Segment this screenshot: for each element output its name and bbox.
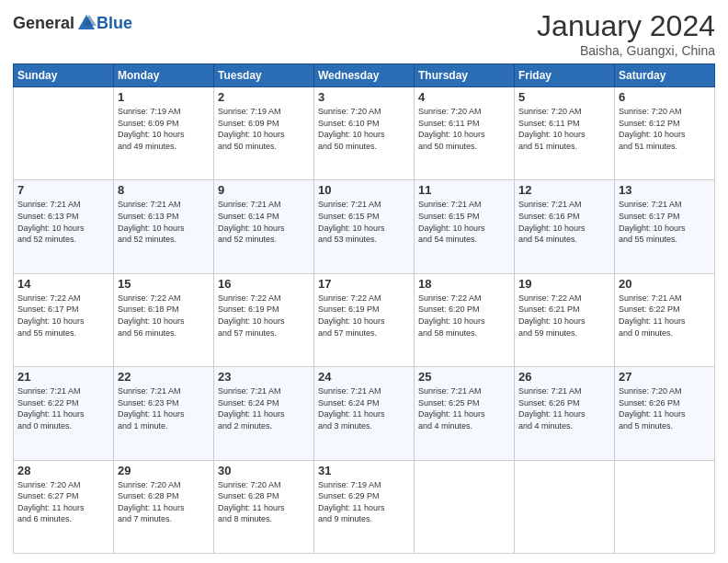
calendar-cell — [515, 460, 615, 553]
day-number: 12 — [518, 183, 610, 197]
day-info: Sunrise: 7:21 AM Sunset: 6:16 PM Dayligh… — [518, 199, 610, 245]
calendar-cell: 28Sunrise: 7:20 AM Sunset: 6:27 PM Dayli… — [14, 460, 114, 553]
day-number: 21 — [17, 370, 109, 384]
week-row-3: 14Sunrise: 7:22 AM Sunset: 6:17 PM Dayli… — [14, 273, 715, 366]
weekday-header-thursday: Thursday — [415, 64, 515, 87]
calendar-cell: 20Sunrise: 7:21 AM Sunset: 6:22 PM Dayli… — [615, 273, 715, 366]
day-info: Sunrise: 7:22 AM Sunset: 6:21 PM Dayligh… — [518, 293, 610, 339]
calendar-cell — [415, 460, 515, 553]
day-number: 10 — [318, 183, 410, 197]
calendar-cell: 27Sunrise: 7:20 AM Sunset: 6:26 PM Dayli… — [615, 367, 715, 460]
day-info: Sunrise: 7:21 AM Sunset: 6:25 PM Dayligh… — [418, 385, 510, 431]
day-info: Sunrise: 7:21 AM Sunset: 6:26 PM Dayligh… — [518, 385, 610, 431]
calendar-cell: 5Sunrise: 7:20 AM Sunset: 6:11 PM Daylig… — [515, 87, 615, 180]
calendar-cell: 21Sunrise: 7:21 AM Sunset: 6:22 PM Dayli… — [14, 367, 114, 460]
day-number: 19 — [518, 277, 610, 291]
location: Baisha, Guangxi, China — [537, 43, 715, 58]
calendar-cell: 13Sunrise: 7:21 AM Sunset: 6:17 PM Dayli… — [615, 180, 715, 273]
calendar-cell: 11Sunrise: 7:21 AM Sunset: 6:15 PM Dayli… — [415, 180, 515, 273]
day-number: 25 — [418, 370, 510, 384]
day-info: Sunrise: 7:19 AM Sunset: 6:09 PM Dayligh… — [118, 106, 210, 152]
calendar-cell: 22Sunrise: 7:21 AM Sunset: 6:23 PM Dayli… — [114, 367, 214, 460]
day-info: Sunrise: 7:19 AM Sunset: 6:09 PM Dayligh… — [218, 106, 310, 152]
day-info: Sunrise: 7:22 AM Sunset: 6:20 PM Dayligh… — [418, 293, 510, 339]
logo-general: General — [13, 14, 74, 33]
day-info: Sunrise: 7:21 AM Sunset: 6:23 PM Dayligh… — [118, 385, 210, 431]
calendar-table: SundayMondayTuesdayWednesdayThursdayFrid… — [13, 63, 715, 554]
day-number: 3 — [318, 90, 410, 104]
day-number: 27 — [619, 370, 711, 384]
day-number: 5 — [518, 90, 610, 104]
calendar-cell: 19Sunrise: 7:22 AM Sunset: 6:21 PM Dayli… — [515, 273, 615, 366]
day-info: Sunrise: 7:21 AM Sunset: 6:24 PM Dayligh… — [218, 385, 310, 431]
day-number: 22 — [118, 370, 210, 384]
week-row-1: 1Sunrise: 7:19 AM Sunset: 6:09 PM Daylig… — [14, 87, 715, 180]
day-info: Sunrise: 7:20 AM Sunset: 6:10 PM Dayligh… — [318, 106, 410, 152]
day-info: Sunrise: 7:19 AM Sunset: 6:29 PM Dayligh… — [318, 479, 410, 525]
calendar-cell: 17Sunrise: 7:22 AM Sunset: 6:19 PM Dayli… — [314, 273, 415, 366]
week-row-2: 7Sunrise: 7:21 AM Sunset: 6:13 PM Daylig… — [14, 180, 715, 273]
day-number: 16 — [218, 277, 310, 291]
calendar-cell: 18Sunrise: 7:22 AM Sunset: 6:20 PM Dayli… — [415, 273, 515, 366]
day-number: 24 — [318, 370, 410, 384]
calendar-cell: 12Sunrise: 7:21 AM Sunset: 6:16 PM Dayli… — [515, 180, 615, 273]
calendar-cell: 6Sunrise: 7:20 AM Sunset: 6:12 PM Daylig… — [615, 87, 715, 180]
calendar-cell: 7Sunrise: 7:21 AM Sunset: 6:13 PM Daylig… — [14, 180, 114, 273]
day-number: 6 — [619, 90, 711, 104]
calendar-cell: 26Sunrise: 7:21 AM Sunset: 6:26 PM Dayli… — [515, 367, 615, 460]
title-block: January 2024 Baisha, Guangxi, China — [537, 9, 715, 58]
logo: General Blue — [13, 13, 132, 33]
day-number: 9 — [218, 183, 310, 197]
calendar-cell: 29Sunrise: 7:20 AM Sunset: 6:28 PM Dayli… — [114, 460, 214, 553]
calendar-cell — [615, 460, 715, 553]
day-number: 23 — [218, 370, 310, 384]
calendar-cell: 4Sunrise: 7:20 AM Sunset: 6:11 PM Daylig… — [415, 87, 515, 180]
day-info: Sunrise: 7:22 AM Sunset: 6:19 PM Dayligh… — [218, 293, 310, 339]
day-info: Sunrise: 7:21 AM Sunset: 6:14 PM Dayligh… — [218, 199, 310, 245]
day-number: 4 — [418, 90, 510, 104]
day-number: 11 — [418, 183, 510, 197]
day-info: Sunrise: 7:21 AM Sunset: 6:22 PM Dayligh… — [17, 385, 109, 431]
day-number: 2 — [218, 90, 310, 104]
day-number: 17 — [318, 277, 410, 291]
calendar-cell: 23Sunrise: 7:21 AM Sunset: 6:24 PM Dayli… — [214, 367, 314, 460]
day-number: 1 — [118, 90, 210, 104]
day-info: Sunrise: 7:21 AM Sunset: 6:13 PM Dayligh… — [118, 199, 210, 245]
month-year: January 2024 — [537, 9, 715, 43]
day-info: Sunrise: 7:21 AM Sunset: 6:24 PM Dayligh… — [318, 385, 410, 431]
weekday-header-friday: Friday — [515, 64, 615, 87]
header: General Blue January 2024 Baisha, Guangx… — [13, 9, 715, 58]
calendar-cell: 3Sunrise: 7:20 AM Sunset: 6:10 PM Daylig… — [314, 87, 415, 180]
day-number: 14 — [17, 277, 109, 291]
day-number: 30 — [218, 464, 310, 477]
day-info: Sunrise: 7:20 AM Sunset: 6:26 PM Dayligh… — [619, 385, 711, 431]
day-info: Sunrise: 7:22 AM Sunset: 6:17 PM Dayligh… — [17, 293, 109, 339]
calendar-cell — [14, 87, 114, 180]
day-info: Sunrise: 7:22 AM Sunset: 6:19 PM Dayligh… — [318, 293, 410, 339]
day-info: Sunrise: 7:21 AM Sunset: 6:15 PM Dayligh… — [318, 199, 410, 245]
calendar-page: General Blue January 2024 Baisha, Guangx… — [0, 0, 728, 563]
logo-icon — [76, 13, 97, 33]
day-info: Sunrise: 7:20 AM Sunset: 6:27 PM Dayligh… — [17, 479, 109, 525]
calendar-cell: 16Sunrise: 7:22 AM Sunset: 6:19 PM Dayli… — [214, 273, 314, 366]
calendar-cell: 25Sunrise: 7:21 AM Sunset: 6:25 PM Dayli… — [415, 367, 515, 460]
day-info: Sunrise: 7:20 AM Sunset: 6:28 PM Dayligh… — [218, 479, 310, 525]
calendar-cell: 30Sunrise: 7:20 AM Sunset: 6:28 PM Dayli… — [214, 460, 314, 553]
day-number: 28 — [17, 464, 109, 477]
day-info: Sunrise: 7:20 AM Sunset: 6:11 PM Dayligh… — [518, 106, 610, 152]
calendar-cell: 10Sunrise: 7:21 AM Sunset: 6:15 PM Dayli… — [314, 180, 415, 273]
calendar-cell: 8Sunrise: 7:21 AM Sunset: 6:13 PM Daylig… — [114, 180, 214, 273]
weekday-header-saturday: Saturday — [615, 64, 715, 87]
calendar-cell: 15Sunrise: 7:22 AM Sunset: 6:18 PM Dayli… — [114, 273, 214, 366]
day-info: Sunrise: 7:20 AM Sunset: 6:11 PM Dayligh… — [418, 106, 510, 152]
day-info: Sunrise: 7:21 AM Sunset: 6:15 PM Dayligh… — [418, 199, 510, 245]
calendar-cell: 31Sunrise: 7:19 AM Sunset: 6:29 PM Dayli… — [314, 460, 415, 553]
week-row-4: 21Sunrise: 7:21 AM Sunset: 6:22 PM Dayli… — [14, 367, 715, 460]
day-number: 29 — [118, 464, 210, 477]
calendar-cell: 14Sunrise: 7:22 AM Sunset: 6:17 PM Dayli… — [14, 273, 114, 366]
weekday-header-tuesday: Tuesday — [214, 64, 314, 87]
week-row-5: 28Sunrise: 7:20 AM Sunset: 6:27 PM Dayli… — [14, 460, 715, 553]
logo-blue: Blue — [97, 14, 132, 33]
day-info: Sunrise: 7:21 AM Sunset: 6:13 PM Dayligh… — [17, 199, 109, 245]
day-number: 31 — [318, 464, 410, 477]
